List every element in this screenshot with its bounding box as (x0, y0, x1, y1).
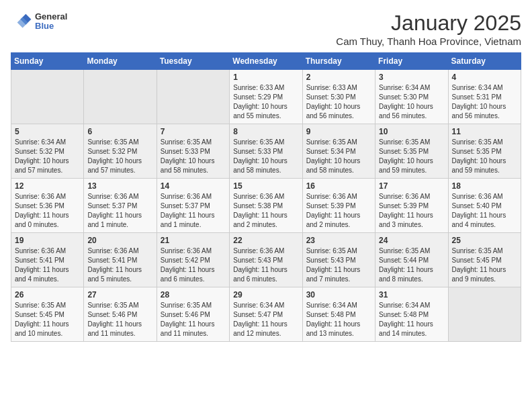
day-detail: Sunrise: 6:35 AMSunset: 5:35 PMDaylight:… (379, 138, 444, 175)
day-detail: Sunrise: 6:35 AMSunset: 5:45 PMDaylight:… (15, 301, 80, 338)
day-detail: Sunrise: 6:33 AMSunset: 5:29 PMDaylight:… (233, 83, 298, 121)
day-number: 29 (233, 290, 298, 300)
weekday-header: Sunday (11, 53, 84, 70)
day-number: 19 (15, 236, 80, 245)
day-detail: Sunrise: 6:36 AMSunset: 5:42 PMDaylight:… (161, 246, 226, 284)
day-detail: Sunrise: 6:35 AMSunset: 5:46 PMDaylight:… (161, 301, 226, 338)
page-header: General Blue January 2025 Cam Thuy, Than… (11, 11, 521, 47)
calendar-cell: 4Sunrise: 6:34 AMSunset: 5:31 PMDaylight… (448, 70, 521, 124)
day-number: 1 (233, 73, 298, 82)
calendar-cell: 26Sunrise: 6:35 AMSunset: 5:45 PMDayligh… (11, 287, 84, 342)
calendar-cell: 7Sunrise: 6:35 AMSunset: 5:33 PMDaylight… (157, 124, 229, 179)
day-number: 15 (233, 181, 298, 191)
title-block: January 2025 Cam Thuy, Thanh Hoa Provinc… (336, 11, 521, 47)
day-number: 30 (306, 290, 371, 300)
day-detail: Sunrise: 6:35 AMSunset: 5:34 PMDaylight:… (306, 138, 371, 175)
weekday-header: Monday (84, 53, 157, 70)
day-number: 31 (379, 290, 444, 300)
day-detail: Sunrise: 6:36 AMSunset: 5:36 PMDaylight:… (15, 192, 80, 230)
day-detail: Sunrise: 6:36 AMSunset: 5:39 PMDaylight:… (306, 192, 371, 230)
calendar-cell: 10Sunrise: 6:35 AMSunset: 5:35 PMDayligh… (375, 124, 448, 179)
day-number: 8 (233, 127, 298, 136)
calendar-title: January 2025 (336, 11, 521, 36)
calendar-cell: 5Sunrise: 6:34 AMSunset: 5:32 PMDaylight… (11, 124, 84, 179)
day-detail: Sunrise: 6:36 AMSunset: 5:43 PMDaylight:… (233, 246, 298, 284)
calendar-cell (157, 70, 229, 124)
day-number: 6 (87, 127, 152, 136)
calendar-cell: 15Sunrise: 6:36 AMSunset: 5:38 PMDayligh… (230, 179, 302, 233)
calendar-cell: 30Sunrise: 6:34 AMSunset: 5:48 PMDayligh… (302, 287, 375, 342)
day-number: 16 (306, 181, 371, 191)
day-number: 20 (87, 236, 152, 245)
calendar-cell: 2Sunrise: 6:33 AMSunset: 5:30 PMDaylight… (302, 70, 375, 124)
calendar-cell: 18Sunrise: 6:36 AMSunset: 5:40 PMDayligh… (448, 179, 521, 233)
calendar-week-row: 5Sunrise: 6:34 AMSunset: 5:32 PMDaylight… (11, 124, 521, 179)
calendar-cell (11, 70, 84, 124)
day-detail: Sunrise: 6:35 AMSunset: 5:35 PMDaylight:… (452, 138, 517, 175)
day-number: 23 (306, 236, 371, 245)
calendar-cell: 17Sunrise: 6:36 AMSunset: 5:39 PMDayligh… (375, 179, 448, 233)
calendar-cell (84, 70, 157, 124)
calendar-cell: 14Sunrise: 6:36 AMSunset: 5:37 PMDayligh… (157, 179, 229, 233)
calendar-week-row: 19Sunrise: 6:36 AMSunset: 5:41 PMDayligh… (11, 233, 521, 287)
calendar-cell: 29Sunrise: 6:34 AMSunset: 5:47 PMDayligh… (230, 287, 302, 342)
calendar-cell: 20Sunrise: 6:36 AMSunset: 5:41 PMDayligh… (84, 233, 157, 287)
day-number: 28 (161, 290, 226, 300)
day-number: 26 (15, 290, 80, 300)
day-number: 13 (87, 181, 152, 191)
day-number: 10 (379, 127, 444, 136)
weekday-header: Thursday (302, 53, 375, 70)
day-detail: Sunrise: 6:36 AMSunset: 5:40 PMDaylight:… (452, 192, 517, 230)
calendar-week-row: 12Sunrise: 6:36 AMSunset: 5:36 PMDayligh… (11, 179, 521, 233)
logo-general: General (35, 12, 67, 21)
calendar-cell: 12Sunrise: 6:36 AMSunset: 5:36 PMDayligh… (11, 179, 84, 233)
calendar-cell: 31Sunrise: 6:34 AMSunset: 5:48 PMDayligh… (375, 287, 448, 342)
calendar-cell: 27Sunrise: 6:35 AMSunset: 5:46 PMDayligh… (84, 287, 157, 342)
day-detail: Sunrise: 6:35 AMSunset: 5:46 PMDaylight:… (87, 301, 152, 338)
day-detail: Sunrise: 6:34 AMSunset: 5:32 PMDaylight:… (15, 138, 80, 175)
day-number: 11 (452, 127, 517, 136)
day-number: 12 (15, 181, 80, 191)
day-detail: Sunrise: 6:35 AMSunset: 5:45 PMDaylight:… (452, 246, 517, 284)
day-detail: Sunrise: 6:34 AMSunset: 5:48 PMDaylight:… (306, 301, 371, 338)
weekday-header: Tuesday (157, 53, 229, 70)
calendar-table: SundayMondayTuesdayWednesdayThursdayFrid… (11, 52, 521, 342)
weekday-header: Friday (375, 53, 448, 70)
calendar-week-row: 26Sunrise: 6:35 AMSunset: 5:45 PMDayligh… (11, 287, 521, 342)
day-number: 25 (452, 236, 517, 245)
day-number: 18 (452, 181, 517, 191)
calendar-cell: 23Sunrise: 6:35 AMSunset: 5:43 PMDayligh… (302, 233, 375, 287)
calendar-cell: 16Sunrise: 6:36 AMSunset: 5:39 PMDayligh… (302, 179, 375, 233)
weekday-header-row: SundayMondayTuesdayWednesdayThursdayFrid… (11, 53, 521, 70)
calendar-cell: 24Sunrise: 6:35 AMSunset: 5:44 PMDayligh… (375, 233, 448, 287)
calendar-cell: 3Sunrise: 6:34 AMSunset: 5:30 PMDaylight… (375, 70, 448, 124)
calendar-cell: 1Sunrise: 6:33 AMSunset: 5:29 PMDaylight… (230, 70, 302, 124)
day-detail: Sunrise: 6:35 AMSunset: 5:43 PMDaylight:… (306, 246, 371, 284)
day-detail: Sunrise: 6:34 AMSunset: 5:47 PMDaylight:… (233, 301, 298, 338)
calendar-subtitle: Cam Thuy, Thanh Hoa Province, Vietnam (336, 36, 521, 47)
day-detail: Sunrise: 6:35 AMSunset: 5:33 PMDaylight:… (233, 138, 298, 175)
day-detail: Sunrise: 6:35 AMSunset: 5:33 PMDaylight:… (161, 138, 226, 175)
day-number: 9 (306, 127, 371, 136)
day-number: 4 (452, 73, 517, 82)
calendar-week-row: 1Sunrise: 6:33 AMSunset: 5:29 PMDaylight… (11, 70, 521, 124)
day-number: 22 (233, 236, 298, 245)
day-detail: Sunrise: 6:36 AMSunset: 5:41 PMDaylight:… (15, 246, 80, 284)
day-number: 2 (306, 73, 371, 82)
weekday-header: Wednesday (230, 53, 302, 70)
calendar-cell: 19Sunrise: 6:36 AMSunset: 5:41 PMDayligh… (11, 233, 84, 287)
day-detail: Sunrise: 6:36 AMSunset: 5:41 PMDaylight:… (87, 246, 152, 284)
logo-icon (11, 11, 32, 32)
day-number: 24 (379, 236, 444, 245)
calendar-cell: 8Sunrise: 6:35 AMSunset: 5:33 PMDaylight… (230, 124, 302, 179)
day-number: 7 (161, 127, 226, 136)
day-detail: Sunrise: 6:36 AMSunset: 5:37 PMDaylight:… (87, 192, 152, 230)
day-number: 14 (161, 181, 226, 191)
day-detail: Sunrise: 6:35 AMSunset: 5:44 PMDaylight:… (379, 246, 444, 284)
calendar-cell: 9Sunrise: 6:35 AMSunset: 5:34 PMDaylight… (302, 124, 375, 179)
day-detail: Sunrise: 6:34 AMSunset: 5:30 PMDaylight:… (379, 83, 444, 121)
calendar-cell: 22Sunrise: 6:36 AMSunset: 5:43 PMDayligh… (230, 233, 302, 287)
day-number: 21 (161, 236, 226, 245)
logo: General Blue (11, 11, 67, 32)
day-number: 17 (379, 181, 444, 191)
